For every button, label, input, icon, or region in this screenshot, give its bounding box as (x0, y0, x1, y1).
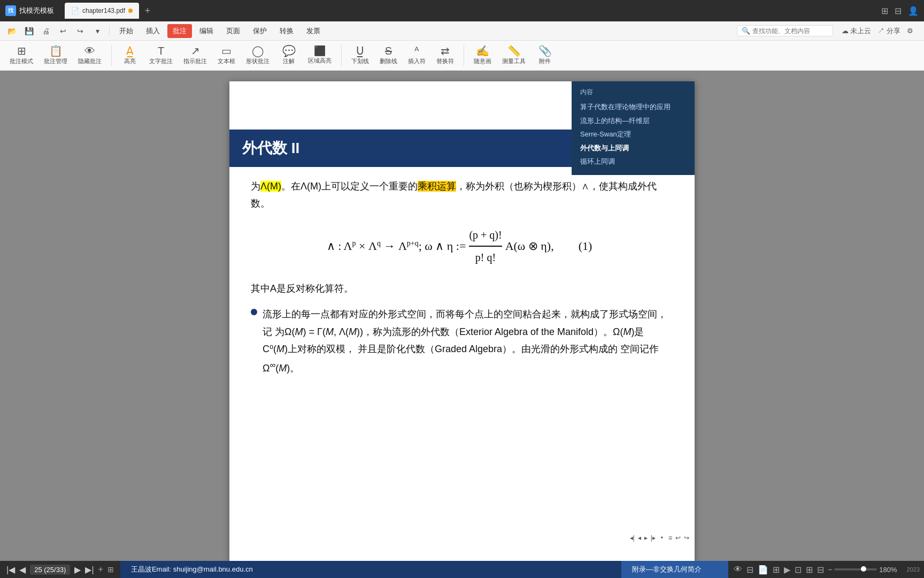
tool-annotate-manage[interactable]: 📋 批注管理 (41, 43, 71, 67)
menu-annotate[interactable]: 批注 (167, 24, 192, 38)
zoom-slider[interactable] (834, 568, 877, 571)
prev-page-button[interactable]: ◀ (19, 565, 26, 575)
attachment-label: 附件 (539, 57, 551, 65)
tool-delete-line[interactable]: S 删除线 (376, 43, 401, 67)
formula-number: (1) (579, 235, 592, 257)
dropdown-icon[interactable]: ▾ (90, 24, 105, 39)
grid-view-icon[interactable]: ⊞ (881, 6, 888, 16)
explain-label: 注解 (283, 57, 295, 65)
search-box[interactable]: 🔍 (737, 25, 833, 36)
pdf-page: 内容 算子代数在理论物理中的应用 流形上的结构—纤维层 Serre-Swan定理… (229, 81, 695, 561)
undo-control[interactable]: ↩ (675, 534, 681, 542)
play-icon[interactable]: ▶ (784, 565, 790, 575)
page-mode-icon: ⊞ (17, 45, 26, 56)
page-content: 为Λ(M)。在Λ(M)上可以定义一个重要的乘积运算，称为外积（也称为楔形积）∧，… (229, 167, 695, 388)
text-box-label: 文本框 (218, 57, 235, 65)
hide-annotate-label: 隐藏批注 (78, 57, 102, 65)
bullet-text-1: 流形上的每一点都有对应的外形式空间，而将每个点上的空间粘合起来，就构成了形式场空… (263, 306, 668, 377)
redo-control[interactable]: ↪ (684, 534, 689, 542)
tool-hide-annotate[interactable]: 👁 隐藏批注 (75, 43, 105, 67)
toc-item-1[interactable]: 算子代数在理论物理中的应用 (580, 100, 686, 114)
toc-item-4[interactable]: 外代数与上同调 (580, 141, 686, 155)
tab-area: 📄 chapter143.pdf + (65, 3, 871, 19)
page-view-options[interactable]: ≡ (668, 534, 672, 542)
tool-measure[interactable]: 📏 测量工具 (499, 43, 529, 67)
menu-insert[interactable]: 插入 (141, 24, 165, 38)
add-page-button[interactable]: + (98, 565, 103, 574)
page-nav-first[interactable]: ◂| (630, 534, 635, 542)
measure-icon: 📏 (507, 45, 521, 56)
add-tab-button[interactable]: + (141, 4, 154, 17)
menu-edit[interactable]: 编辑 (194, 24, 219, 38)
tool-area-highlight[interactable]: ⬛ 区域高亮 (305, 44, 335, 67)
annotate-manage-icon: 📋 (49, 45, 63, 56)
zoom-level: 180% (879, 566, 897, 574)
cloud-status: ☁ 未上云 (842, 26, 872, 36)
menu-page[interactable]: 页面 (221, 24, 245, 38)
toc-item-2[interactable]: 流形上的结构—纤维层 (580, 114, 686, 128)
page-nav-last[interactable]: |▸ (651, 534, 656, 542)
pdf-icon: 📄 (71, 7, 79, 14)
share-button[interactable]: ↗ 分享 (877, 26, 900, 36)
page-nav-next-page[interactable]: ▸ (644, 534, 648, 542)
tool-shape-annotate[interactable]: ◯ 形状批注 (243, 43, 273, 67)
menu-invoice[interactable]: 发票 (301, 24, 326, 38)
save-icon[interactable]: 💾 (21, 24, 36, 39)
pdf-tab[interactable]: 📄 chapter143.pdf (65, 3, 139, 19)
eye-status-icon[interactable]: 👁 (734, 565, 742, 574)
highlight-label: 高亮 (124, 57, 136, 65)
view-page-button[interactable]: ⊞ (107, 565, 114, 574)
tool-page-mode[interactable]: ⊞ 批注模式 (6, 43, 36, 67)
layout-icon[interactable]: ⊟ (895, 6, 902, 16)
open-icon[interactable]: 📂 (4, 24, 19, 39)
status-bottom-bar: 王晶波Email: shuijing@mail.bnu.edu.cn 附录—非交… (120, 561, 728, 578)
tool-text-box[interactable]: ▭ 文本框 (214, 43, 238, 67)
tool-attachment[interactable]: 📎 附件 (533, 43, 557, 67)
freehand-label: 随意画 (474, 57, 491, 65)
tool-explain[interactable]: 💬 注解 (277, 43, 301, 67)
tool-highlight[interactable]: A̲ 高亮 (118, 43, 142, 67)
tool-pointer-annotate[interactable]: ↗ 指示批注 (180, 43, 210, 67)
tab-label: chapter143.pdf (82, 7, 125, 14)
tool-replace-symbol[interactable]: ⇄ 替换符 (433, 43, 457, 67)
page-nav-controls: ◂| ◂ ▸ |▸ • ≡ ↩ ↪ (630, 534, 689, 542)
split-view-icon[interactable]: ⊟ (817, 565, 824, 575)
titlebar: 找 找模壳模板 📄 chapter143.pdf + ⊞ ⊟ 👤 (0, 0, 924, 21)
undo-icon[interactable]: ↩ (56, 24, 71, 39)
thumbnail-icon[interactable]: ⊟ (746, 565, 753, 575)
tool-underline[interactable]: U̲ 下划线 (348, 43, 372, 67)
toolbar: ⊞ 批注模式 📋 批注管理 👁 隐藏批注 A̲ 高亮 T 文字批注 ↗ 指示批注… (0, 41, 924, 71)
highlight-lambda-m: Λ(M) (260, 181, 281, 192)
tool-freehand[interactable]: ✍ 随意画 (471, 43, 495, 67)
toc-item-5[interactable]: 循环上同调 (580, 155, 686, 169)
app-logo[interactable]: 找 找模壳模板 (5, 5, 54, 16)
fit-other-icon[interactable]: ⊞ (806, 565, 813, 575)
two-page-icon[interactable]: ⊞ (773, 565, 780, 575)
toc-item-3[interactable]: Serre-Swan定理 (580, 127, 686, 141)
page-number-display[interactable]: 25 (25/33) (30, 565, 70, 575)
pdf-viewer[interactable]: 内容 算子代数在理论物理中的应用 流形上的结构—纤维层 Serre-Swan定理… (0, 71, 924, 561)
status-author: 王晶波Email: shuijing@mail.bnu.edu.cn (120, 561, 621, 578)
page-nav-prev-page[interactable]: ◂ (638, 534, 641, 542)
menu-convert[interactable]: 转换 (274, 24, 299, 38)
zoom-slider-thumb[interactable] (861, 566, 866, 572)
tool-insert-symbol[interactable]: ᴬ 插入符 (405, 43, 429, 67)
settings-icon[interactable]: ⚙ (907, 27, 913, 35)
tool-text-annotate[interactable]: T 文字批注 (146, 43, 176, 67)
zoom-out-button[interactable]: − (828, 566, 833, 574)
first-page-button[interactable]: |◀ (6, 565, 15, 575)
next-page-button[interactable]: ▶ (74, 565, 81, 575)
print-icon[interactable]: 🖨 (38, 24, 53, 39)
freehand-icon: ✍ (476, 45, 489, 56)
menu-start[interactable]: 开始 (114, 24, 138, 38)
search-input[interactable] (752, 27, 827, 35)
text-annotate-label: 文字批注 (149, 57, 173, 65)
last-page-button[interactable]: ▶| (85, 565, 94, 575)
fit-width-icon[interactable]: ⊡ (795, 565, 802, 575)
explain-icon: 💬 (282, 45, 296, 56)
redo-icon[interactable]: ↪ (73, 24, 88, 39)
year-label: 2023 (903, 566, 924, 573)
user-icon[interactable]: 👤 (908, 6, 919, 16)
menu-protect[interactable]: 保护 (248, 24, 272, 38)
single-page-icon[interactable]: 📄 (758, 565, 768, 575)
